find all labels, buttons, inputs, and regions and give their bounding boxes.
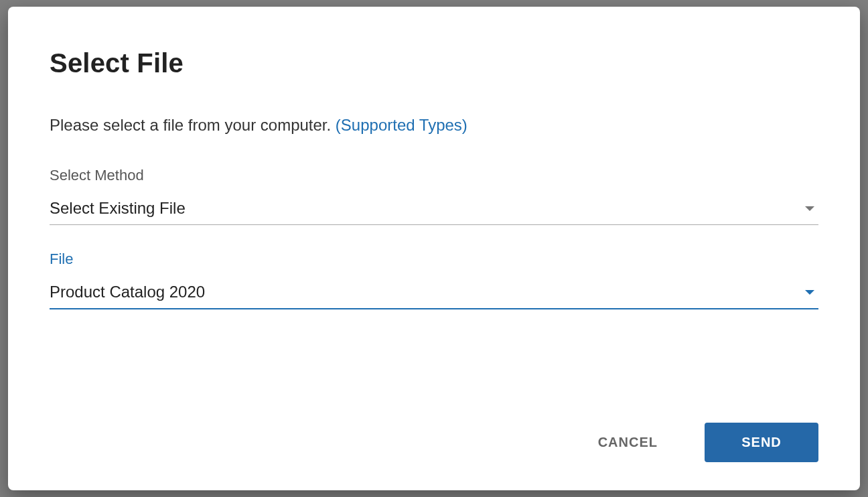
chevron-down-icon [805,206,814,211]
select-method-dropdown[interactable]: Select Existing File [50,199,818,225]
file-dropdown[interactable]: Product Catalog 2020 [50,283,818,309]
instruction-text: Please select a file from your computer.… [50,116,818,135]
select-file-modal: Select File Please select a file from yo… [8,7,860,490]
select-method-value: Select Existing File [50,199,186,218]
supported-types-link[interactable]: (Supported Types) [336,116,467,134]
instruction-static: Please select a file from your computer. [50,116,336,134]
file-value: Product Catalog 2020 [50,283,205,301]
modal-title: Select File [50,48,818,78]
select-method-label: Select Method [50,167,818,184]
send-button[interactable]: SEND [705,423,818,462]
modal-actions: CANCEL SEND [50,423,818,462]
chevron-down-icon [805,290,814,295]
select-method-field: Select Method Select Existing File [50,167,818,225]
file-label: File [50,251,818,268]
file-field: File Product Catalog 2020 [50,251,818,309]
cancel-button[interactable]: CANCEL [578,423,678,462]
